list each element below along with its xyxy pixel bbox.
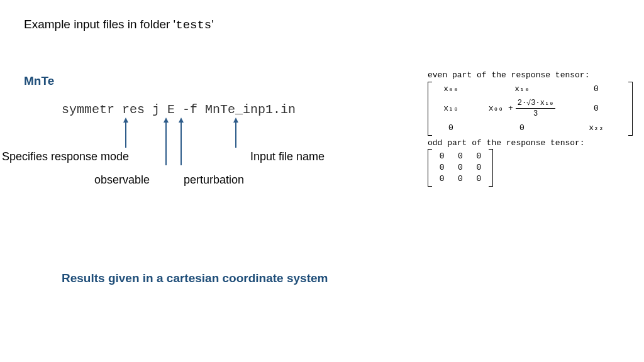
tensor-output: even part of the response tensor: x₀₀ x₁… — [428, 70, 633, 189]
page-title: Example input files in folder 'tests' — [24, 18, 214, 32]
results-note: Results given in a cartesian coordinate … — [62, 272, 328, 285]
fraction: 2·√3·x₁₀ 3 — [516, 99, 556, 119]
title-suffix: ' — [211, 18, 214, 31]
odd-cell: 0 — [451, 162, 469, 173]
title-prefix: Example input files in folder ' — [24, 18, 175, 31]
odd-matrix: 0 0 0 0 0 0 0 0 0 — [428, 149, 493, 187]
odd-cell: 0 — [470, 151, 488, 162]
arrow-response-mode — [125, 121, 126, 148]
even-cell: 0 — [469, 123, 575, 134]
arrow-observable — [165, 121, 167, 165]
odd-cell: 0 — [451, 173, 469, 185]
odd-header: odd part of the response tensor: — [428, 138, 633, 148]
fraction-denominator: 3 — [533, 109, 538, 118]
odd-cell: 0 — [470, 173, 488, 185]
arrow-input-file — [235, 121, 236, 148]
even-cell: x₀₀ — [433, 84, 469, 95]
even-cell: x₁₀ — [433, 103, 469, 114]
even-cell: 0 — [433, 123, 469, 134]
label-perturbation: perturbation — [184, 173, 244, 187]
label-observable: observable — [94, 173, 150, 187]
arrow-perturbation — [180, 121, 182, 165]
folder-name: tests — [175, 18, 211, 32]
odd-cell: 0 — [433, 173, 451, 185]
label-input-file: Input file name — [250, 150, 325, 163]
even-cell: x₀₀ + 2·√3·x₁₀ 3 — [469, 98, 575, 119]
fraction-numerator: 2·√3·x₁₀ — [516, 99, 556, 109]
command-line: symmetr res j E -f MnTe_inp1.in — [62, 102, 296, 117]
odd-cell: 0 — [451, 151, 469, 162]
even-cell: 0 — [575, 84, 618, 95]
odd-cell: 0 — [470, 162, 488, 173]
label-response-mode: Specifies response mode — [2, 150, 129, 163]
odd-cell: 0 — [433, 151, 451, 162]
even-cell: x₁₀ — [469, 84, 575, 95]
even-matrix: x₀₀ x₁₀ 0 x₁₀ x₀₀ + 2·√3·x₁₀ 3 0 0 0 x₂₂ — [428, 82, 633, 136]
even-header: even part of the response tensor: — [428, 70, 633, 80]
frac-prefix: x₀₀ + — [489, 104, 513, 114]
even-cell: x₂₂ — [575, 123, 618, 134]
odd-cell: 0 — [433, 162, 451, 173]
even-cell: 0 — [575, 103, 618, 114]
material-heading: MnTe — [24, 74, 54, 88]
